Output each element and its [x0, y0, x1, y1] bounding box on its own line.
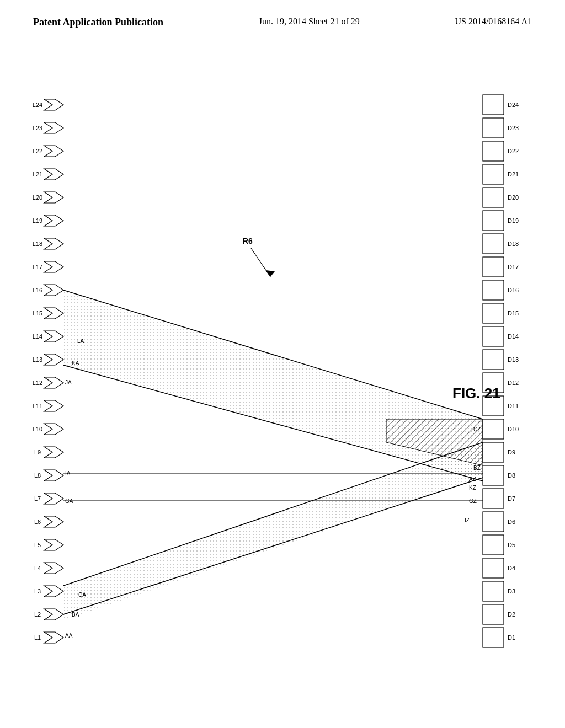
- left-arrows-group: L24 L23 L22 L21 L20 L19 L18 L17: [33, 99, 63, 643]
- beam-band-dotted-main: [63, 290, 483, 481]
- svg-text:L19: L19: [33, 217, 42, 224]
- svg-text:L5: L5: [34, 542, 41, 548]
- svg-text:D13: D13: [508, 356, 519, 363]
- label-cz: CZ: [473, 426, 481, 432]
- svg-marker-19: [44, 285, 63, 296]
- svg-rect-58: [483, 188, 504, 207]
- svg-text:L6: L6: [34, 518, 41, 525]
- svg-text:D15: D15: [508, 310, 519, 317]
- svg-marker-31: [44, 424, 63, 435]
- svg-text:L16: L16: [33, 287, 42, 293]
- svg-text:L15: L15: [33, 310, 42, 317]
- svg-rect-86: [483, 512, 504, 532]
- svg-marker-45: [44, 586, 63, 597]
- svg-text:D22: D22: [508, 148, 519, 154]
- svg-text:D10: D10: [508, 426, 519, 432]
- svg-marker-15: [44, 238, 63, 249]
- svg-text:D16: D16: [508, 287, 519, 293]
- svg-rect-50: [483, 95, 504, 115]
- svg-marker-37: [44, 493, 63, 504]
- svg-rect-52: [483, 118, 504, 138]
- svg-rect-54: [483, 141, 504, 161]
- r6-arrowhead: [266, 270, 275, 277]
- svg-text:D11: D11: [508, 403, 519, 409]
- beam-lower-edge-top: [63, 442, 483, 586]
- svg-marker-47: [44, 609, 63, 620]
- svg-text:L24: L24: [33, 101, 42, 108]
- svg-marker-5: [44, 122, 63, 133]
- label-ba: BA: [72, 612, 79, 618]
- svg-text:L4: L4: [34, 565, 41, 571]
- svg-text:D8: D8: [508, 472, 515, 479]
- svg-rect-64: [483, 257, 504, 277]
- svg-text:L7: L7: [34, 495, 41, 502]
- label-gz: GZ: [469, 498, 477, 504]
- svg-rect-94: [483, 604, 504, 624]
- svg-marker-11: [44, 192, 63, 203]
- svg-rect-78: [483, 419, 504, 439]
- svg-rect-92: [483, 581, 504, 601]
- svg-text:D6: D6: [508, 518, 515, 525]
- svg-marker-41: [44, 539, 63, 550]
- svg-rect-80: [483, 442, 504, 462]
- svg-text:D7: D7: [508, 495, 515, 502]
- svg-rect-66: [483, 280, 504, 300]
- r6-arrow: [251, 248, 270, 277]
- svg-text:D14: D14: [508, 333, 519, 340]
- svg-marker-29: [44, 400, 63, 411]
- svg-text:L17: L17: [33, 264, 42, 270]
- svg-rect-88: [483, 535, 504, 555]
- svg-marker-17: [44, 261, 63, 272]
- publication-number: US 2014/0168164 A1: [455, 17, 532, 26]
- label-iz: IZ: [465, 517, 470, 523]
- label-ia: IA: [65, 470, 71, 477]
- svg-marker-35: [44, 470, 63, 481]
- figure-label: FIG. 21: [452, 385, 500, 402]
- svg-marker-13: [44, 215, 63, 226]
- publication-title: Patent Application Publication: [33, 17, 163, 28]
- label-la: LA: [77, 338, 84, 344]
- svg-marker-43: [44, 563, 63, 574]
- svg-marker-33: [44, 447, 63, 458]
- svg-text:L14: L14: [33, 333, 42, 340]
- right-detectors-group: D24 D23 D22 D21 D20 D19 D18 D17: [483, 95, 519, 647]
- svg-rect-70: [483, 326, 504, 346]
- svg-marker-39: [44, 516, 63, 527]
- svg-text:L8: L8: [34, 472, 41, 479]
- beam-band-dotted-lower: [63, 442, 483, 620]
- svg-text:D4: D4: [508, 565, 515, 571]
- svg-text:L9: L9: [34, 449, 41, 456]
- page-header: Patent Application Publication Jun. 19, …: [0, 0, 565, 34]
- svg-text:D1: D1: [508, 634, 515, 641]
- publication-date-sheet: Jun. 19, 2014 Sheet 21 of 29: [259, 17, 360, 26]
- svg-text:L1: L1: [34, 634, 41, 641]
- svg-text:L23: L23: [33, 125, 42, 131]
- svg-marker-49: [44, 632, 63, 643]
- svg-rect-82: [483, 465, 504, 485]
- diagram-area: L24 L23 L22 L21 L20 L19 L18 L17: [0, 40, 565, 724]
- svg-marker-9: [44, 169, 63, 180]
- label-az: AZ: [469, 476, 476, 482]
- svg-text:L13: L13: [33, 356, 42, 363]
- svg-rect-60: [483, 211, 504, 231]
- svg-marker-27: [44, 377, 63, 388]
- svg-rect-84: [483, 489, 504, 508]
- beam-lower-edge-bottom: [63, 478, 483, 614]
- svg-text:D9: D9: [508, 449, 515, 456]
- svg-text:L12: L12: [33, 379, 42, 386]
- svg-marker-3: [44, 99, 63, 110]
- svg-text:D18: D18: [508, 240, 519, 247]
- svg-text:D20: D20: [508, 194, 519, 201]
- svg-marker-21: [44, 308, 63, 319]
- svg-text:D17: D17: [508, 264, 519, 270]
- svg-marker-23: [44, 331, 63, 342]
- svg-text:L11: L11: [33, 403, 42, 409]
- svg-text:L10: L10: [33, 426, 42, 432]
- svg-text:D24: D24: [508, 101, 519, 108]
- label-bz: BZ: [473, 465, 481, 471]
- svg-text:D5: D5: [508, 542, 515, 548]
- svg-text:D21: D21: [508, 171, 519, 178]
- svg-text:D3: D3: [508, 588, 515, 595]
- svg-rect-62: [483, 234, 504, 254]
- svg-marker-25: [44, 354, 63, 365]
